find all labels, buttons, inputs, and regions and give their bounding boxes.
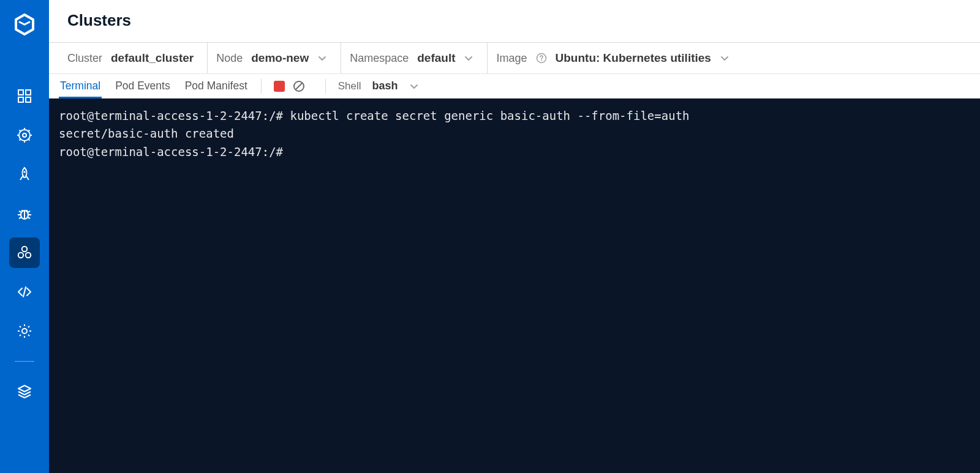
svg-line-13 <box>20 139 21 141</box>
terminal-output[interactable]: root@terminal-access-1-2-2447:/# kubectl… <box>49 99 980 473</box>
filter-node-label: Node <box>216 52 243 65</box>
sidebar-item-helm[interactable] <box>9 120 40 151</box>
settings-icon <box>17 323 32 339</box>
help-icon[interactable] <box>536 53 547 64</box>
sidebar-divider <box>15 361 34 362</box>
sidebar <box>0 0 49 473</box>
stop-button[interactable] <box>274 81 285 92</box>
app-logo[interactable] <box>11 11 38 38</box>
svg-line-12 <box>28 130 30 132</box>
abort-icon <box>292 80 306 93</box>
svg-line-18 <box>19 211 21 212</box>
shell-selector[interactable]: Shell bash <box>338 80 419 92</box>
divider <box>261 79 262 94</box>
filter-node-value: demo-new <box>251 51 309 65</box>
svg-rect-2 <box>18 97 23 102</box>
filter-image[interactable]: Image Ubuntu: Kubernetes utilities <box>487 43 742 73</box>
apps-icon <box>17 89 32 103</box>
tab-pod-manifest[interactable]: Pod Manifest <box>184 75 249 99</box>
filter-image-value: Ubuntu: Kubernetes utilities <box>556 51 711 65</box>
code-icon <box>17 284 32 300</box>
filter-row: Cluster default_cluster Node demo-new Na… <box>49 42 980 74</box>
stop-icon <box>274 81 285 92</box>
filter-cluster-label: Cluster <box>67 52 102 65</box>
sidebar-item-bug[interactable] <box>9 198 40 229</box>
chevron-down-icon <box>464 53 473 63</box>
svg-point-5 <box>23 133 26 137</box>
filter-node[interactable]: Node demo-new <box>207 43 341 73</box>
sub-row: Terminal Pod Events Pod Manifest Shell b… <box>49 74 980 99</box>
chevron-down-icon <box>409 81 419 91</box>
svg-point-29 <box>541 60 542 61</box>
svg-rect-3 <box>26 97 31 102</box>
stack-icon <box>17 384 32 400</box>
svg-line-19 <box>28 211 30 212</box>
shell-label: Shell <box>338 80 361 92</box>
filter-namespace[interactable]: Namespace default <box>341 43 487 73</box>
filter-namespace-value: default <box>417 51 455 65</box>
svg-point-24 <box>18 253 23 258</box>
svg-line-31 <box>295 83 302 89</box>
svg-rect-1 <box>26 90 31 95</box>
svg-point-14 <box>23 171 25 173</box>
sidebar-item-code[interactable] <box>9 277 40 307</box>
svg-point-23 <box>22 247 27 251</box>
divider <box>325 79 326 94</box>
page-header: Clusters <box>49 0 980 42</box>
filter-cluster[interactable]: Cluster default_cluster <box>59 43 207 73</box>
svg-point-27 <box>22 329 27 333</box>
svg-line-26 <box>23 287 26 297</box>
svg-point-25 <box>26 253 31 258</box>
resources-icon <box>17 245 32 261</box>
sidebar-item-apps[interactable] <box>9 81 40 111</box>
shell-value: bash <box>372 80 398 92</box>
svg-line-10 <box>20 130 21 132</box>
chevron-down-icon <box>317 53 327 63</box>
main-area: Clusters Cluster default_cluster Node de… <box>49 0 980 473</box>
svg-line-20 <box>19 217 21 218</box>
tab-terminal[interactable]: Terminal <box>59 75 102 99</box>
svg-line-11 <box>28 139 30 141</box>
sidebar-item-settings[interactable] <box>9 316 40 346</box>
svg-line-21 <box>28 217 30 218</box>
sidebar-item-resources[interactable] <box>9 237 40 268</box>
filter-namespace-label: Namespace <box>350 52 409 65</box>
page-title: Clusters <box>67 11 962 30</box>
helm-icon <box>17 127 32 143</box>
abort-button[interactable] <box>292 80 306 93</box>
filter-image-label: Image <box>496 52 527 65</box>
filter-cluster-value: default_cluster <box>111 51 194 65</box>
sidebar-item-stack[interactable] <box>9 376 40 407</box>
launch-icon <box>17 166 32 182</box>
bug-icon <box>17 206 32 222</box>
chevron-down-icon <box>720 53 729 63</box>
tabs: Terminal Pod Events Pod Manifest <box>59 74 249 98</box>
svg-rect-0 <box>18 90 23 95</box>
tab-pod-events[interactable]: Pod Events <box>114 75 172 99</box>
sidebar-item-launch[interactable] <box>9 159 40 190</box>
